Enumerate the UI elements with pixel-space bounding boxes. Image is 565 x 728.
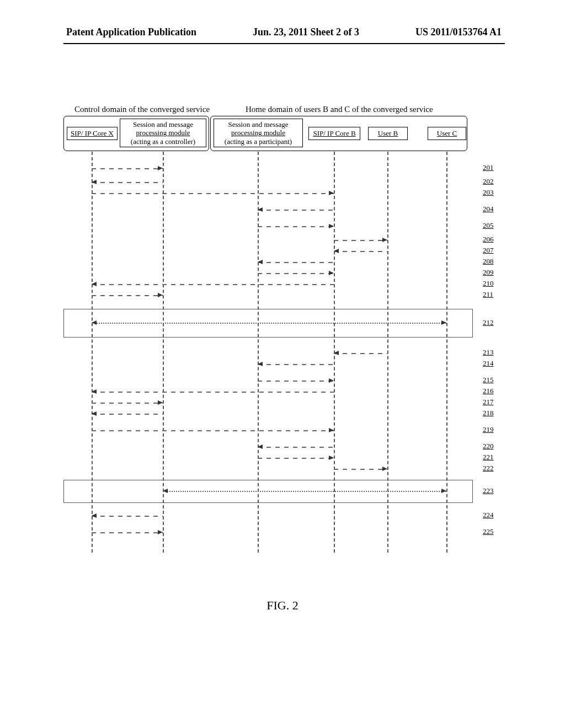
arrowhead-206 [382, 238, 387, 242]
arrowhead-207 [334, 249, 339, 253]
arrow-218 [92, 414, 163, 415]
arrow-210 [92, 284, 334, 285]
arrowhead-223-l [163, 489, 168, 493]
arrow-224 [92, 516, 163, 517]
step-211: 211 [483, 290, 493, 299]
actor-participant-l2: processing module [231, 129, 285, 137]
step-219: 219 [483, 425, 494, 434]
arrow-206 [334, 240, 387, 241]
header-right: US 2011/0153764 A1 [415, 26, 502, 38]
arrow-223 [163, 491, 446, 492]
arrow-205 [258, 226, 334, 227]
arrow-216 [92, 392, 334, 393]
arrow-202 [92, 182, 163, 183]
arrow-225 [92, 532, 163, 533]
arrow-207 [334, 251, 387, 252]
arrowhead-208 [258, 260, 263, 264]
step-222: 222 [483, 464, 494, 473]
arrowhead-220 [258, 445, 263, 449]
step-206: 206 [483, 235, 494, 244]
arrowhead-210 [92, 282, 97, 286]
step-215: 215 [483, 376, 494, 384]
actor-participant-l3: (acting as a participant) [225, 137, 292, 146]
arrow-203 [92, 193, 334, 194]
arrow-220 [258, 447, 334, 448]
arrowhead-216 [92, 389, 97, 394]
arrowhead-223-r [441, 489, 446, 493]
step-218: 218 [483, 409, 494, 417]
arrow-209 [258, 273, 334, 274]
step-224: 224 [483, 511, 494, 520]
step-202: 202 [483, 177, 494, 186]
arrow-211 [92, 295, 163, 296]
arrow-222 [334, 469, 387, 470]
arrow-215 [258, 381, 334, 382]
step-205: 205 [483, 221, 494, 230]
step-201: 201 [483, 163, 494, 172]
arrow-208 [258, 262, 334, 263]
arrowhead-212-l [92, 320, 97, 325]
step-207: 207 [483, 246, 494, 255]
step-216: 216 [483, 387, 494, 395]
arrow-221 [258, 458, 334, 459]
arrowhead-211 [158, 293, 163, 297]
step-214: 214 [483, 359, 494, 368]
arrowhead-219 [329, 428, 334, 432]
arrowhead-202 [92, 180, 97, 184]
domain-control-label: Control domain of the converged service [74, 105, 210, 114]
arrow-213 [334, 353, 387, 354]
actor-controller-l2: processing module [136, 129, 190, 137]
step-203: 203 [483, 188, 494, 197]
arrowhead-221 [329, 456, 334, 460]
step-220: 220 [483, 442, 494, 451]
domain-home-label: Home domain of users B and C of the conv… [246, 105, 433, 114]
step-221: 221 [483, 453, 494, 462]
actor-participant-module: Session and message processing module (a… [214, 119, 303, 147]
sequence-diagram: Control domain of the converged service … [63, 105, 508, 563]
arrowhead-214 [258, 362, 263, 366]
arrowhead-222 [382, 467, 387, 471]
arrowhead-225 [158, 530, 163, 534]
arrowhead-204 [258, 207, 263, 212]
arrow-219 [92, 430, 334, 431]
step-208: 208 [483, 257, 494, 266]
arrowhead-218 [92, 411, 97, 416]
arrowhead-215 [329, 378, 334, 383]
arrow-204 [258, 210, 334, 211]
step-217: 217 [483, 398, 494, 406]
actor-sip-core-x-label: SIP/ IP Core X [71, 129, 114, 138]
step-212: 212 [483, 318, 494, 327]
header-rule [63, 43, 505, 44]
arrowhead-224 [92, 513, 97, 518]
arrowhead-203 [329, 191, 334, 195]
arrow-212 [92, 323, 446, 324]
step-210: 210 [483, 279, 494, 288]
actor-sip-core-b: SIP/ IP Core B [308, 127, 360, 140]
arrowhead-209 [329, 271, 334, 275]
header: Patent Application Publication Jun. 23, … [0, 26, 565, 38]
figure-caption: FIG. 2 [0, 598, 565, 613]
actor-user-c-label: User C [437, 129, 457, 138]
arrowhead-212-r [441, 320, 446, 325]
actor-user-c: User C [428, 127, 466, 140]
actor-sip-core-x: SIP/ IP Core X [67, 127, 118, 140]
page: Patent Application Publication Jun. 23, … [0, 0, 565, 728]
step-225: 225 [483, 527, 494, 536]
header-center: Jun. 23, 2011 Sheet 2 of 3 [253, 26, 359, 38]
arrowhead-201 [158, 166, 163, 170]
actor-participant-l1: Session and message [228, 120, 288, 129]
actor-controller-module: Session and message processing module (a… [120, 119, 206, 147]
step-209: 209 [483, 268, 494, 277]
actor-controller-l3: (acting as a controller) [131, 137, 195, 146]
arrowhead-213 [334, 351, 339, 355]
step-213: 213 [483, 348, 494, 357]
arrowhead-217 [158, 400, 163, 405]
actor-user-b: User B [368, 127, 408, 140]
actor-user-b-label: User B [378, 129, 398, 138]
arrowhead-205 [329, 224, 334, 228]
arrow-217 [92, 403, 163, 404]
arrow-201 [92, 168, 163, 169]
header-left: Patent Application Publication [66, 26, 196, 38]
arrow-214 [258, 364, 334, 365]
actor-sip-core-b-label: SIP/ IP Core B [313, 129, 355, 138]
